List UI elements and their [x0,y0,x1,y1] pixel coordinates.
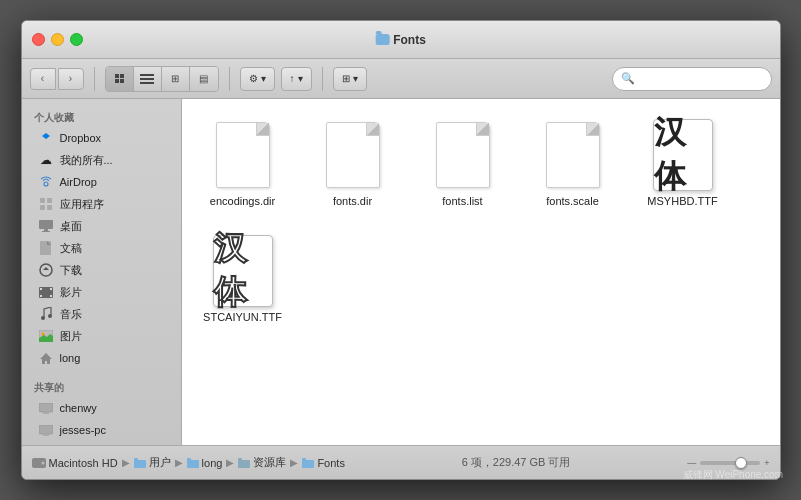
titlebar: Fonts [22,21,780,59]
chenwy-icon [38,400,54,416]
close-button[interactable] [32,33,45,46]
desktop-icon [38,218,54,234]
sidebar-item-downloads[interactable]: 下载 [26,259,177,281]
shared-section-label: 共享的 [22,377,181,397]
zoom-plus[interactable]: + [764,458,769,468]
svg-rect-37 [302,458,306,461]
breadcrumb-macintosh-hd[interactable]: Macintosh HD [32,457,118,469]
breadcrumb-long[interactable]: long [187,457,223,469]
sidebar-item-apps[interactable]: 应用程序 [26,193,177,215]
file-name-encodings-dir: encodings.dir [210,195,275,207]
sidebar-item-allfiles[interactable]: ☁ 我的所有... [26,149,177,171]
svg-rect-36 [302,460,314,468]
sidebar-item-label: Dropbox [60,132,102,144]
maximize-button[interactable] [70,33,83,46]
doc-icon [216,122,270,188]
svg-point-1 [44,182,48,186]
zoom-handle[interactable] [735,457,747,469]
svg-rect-32 [187,460,199,468]
doc-icon [326,122,380,188]
file-grid: encodings.dir fonts.dir fo [198,115,764,327]
coverflow-view-icon: ▤ [199,73,208,84]
minimize-button[interactable] [51,33,64,46]
arrange-button[interactable]: ⊞ ▾ [333,67,367,91]
sidebar-item-label: chenwy [60,402,97,414]
column-view-icon: ⊞ [171,73,179,84]
statusbar: Macintosh HD ▶ 用户 ▶ long ▶ 资源库 [22,445,780,479]
sidebar-item-label: jesses-pc [60,424,106,436]
sidebar-item-label: 音乐 [60,307,82,322]
sidebar-item-pictures[interactable]: 图片 [26,325,177,347]
file-item-fonts-scale[interactable]: fonts.scale [528,115,618,211]
file-item-msyhbd[interactable]: 汉体 MSYHBD.TTF [638,115,728,211]
zoom-minus[interactable]: — [687,458,696,468]
downloads-icon [38,262,54,278]
sidebar-item-docs[interactable]: 文稿 [26,237,177,259]
breadcrumb-fonts[interactable]: Fonts [302,457,345,469]
icon-view-button[interactable] [106,67,134,91]
column-view-button[interactable]: ⊞ [162,67,190,91]
toolbar-sep-1 [94,67,95,91]
personal-section-label: 个人收藏 [22,107,181,127]
svg-marker-12 [43,267,49,270]
back-button[interactable]: ‹ [30,68,56,90]
file-item-fonts-dir[interactable]: fonts.dir [308,115,398,211]
sidebar-item-jesses-pc[interactable]: jesses-pc [26,419,177,441]
list-view-button[interactable] [134,67,162,91]
sidebar-item-music[interactable]: 音乐 [26,303,177,325]
breadcrumb-sep: ▶ [122,457,130,468]
toolbar-sep-3 [322,67,323,91]
movies-icon [38,284,54,300]
svg-rect-2 [40,198,45,203]
action-button[interactable]: ⚙ ▾ [240,67,275,91]
file-name-fonts-scale: fonts.scale [546,195,599,207]
breadcrumb-users[interactable]: 用户 [134,455,171,470]
file-item-fonts-list[interactable]: fonts.list [418,115,508,211]
coverflow-view-button[interactable]: ▤ [190,67,218,91]
file-item-stcaiyun[interactable]: 汉体 STCAIYUN.TTF [198,231,288,327]
sidebar-item-chenwy[interactable]: chenwy [26,397,177,419]
sidebar-item-label: 应用程序 [60,197,104,212]
status-text: 6 项，229.47 GB 可用 [345,455,687,470]
music-icon [38,306,54,322]
doc-icon [436,122,490,188]
zoom-control: — + [687,458,769,468]
svg-rect-5 [47,205,52,210]
forward-button[interactable]: › [58,68,84,90]
svg-rect-34 [238,460,250,468]
sidebar-item-label: AirDrop [60,176,97,188]
sidebar-item-movies[interactable]: 影片 [26,281,177,303]
sidebar-item-airdrop[interactable]: AirDrop [26,171,177,193]
sidebar-item-long[interactable]: long [26,347,177,369]
sidebar-item-label: 下载 [60,263,82,278]
search-box[interactable]: 🔍 [612,67,772,91]
svg-rect-26 [43,434,49,436]
file-name-fonts-dir: fonts.dir [333,195,372,207]
view-buttons: ⊞ ▤ [105,66,219,92]
file-icon-fonts-dir [323,119,383,191]
sidebar-item-dropbox[interactable]: Dropbox [26,127,177,149]
file-icon-stcaiyun: 汉体 [213,235,273,307]
folder-icon [134,458,146,468]
file-name-fonts-list: fonts.list [442,195,482,207]
svg-rect-6 [39,220,53,229]
finder-window: Fonts ‹ › [21,20,781,480]
file-item-encodings-dir[interactable]: encodings.dir [198,115,288,211]
breadcrumb-sep: ▶ [226,457,234,468]
cloud-icon: ☁ [38,152,54,168]
share-button[interactable]: ↑ ▾ [281,67,312,91]
hdd-icon [32,458,46,468]
breadcrumb-sep: ▶ [290,457,298,468]
breadcrumb-library[interactable]: 资源库 [238,455,286,470]
svg-rect-35 [238,458,242,461]
title-folder-icon [375,34,389,45]
svg-rect-4 [40,205,45,210]
svg-point-17 [50,295,52,297]
action-chevron: ▾ [261,73,266,84]
zoom-slider[interactable] [700,461,760,465]
svg-marker-0 [42,133,50,142]
search-input[interactable] [639,73,763,85]
watermark: 威锋网 WeiPhone.com [683,468,783,482]
apps-icon [38,196,54,212]
sidebar-item-desktop[interactable]: 桌面 [26,215,177,237]
